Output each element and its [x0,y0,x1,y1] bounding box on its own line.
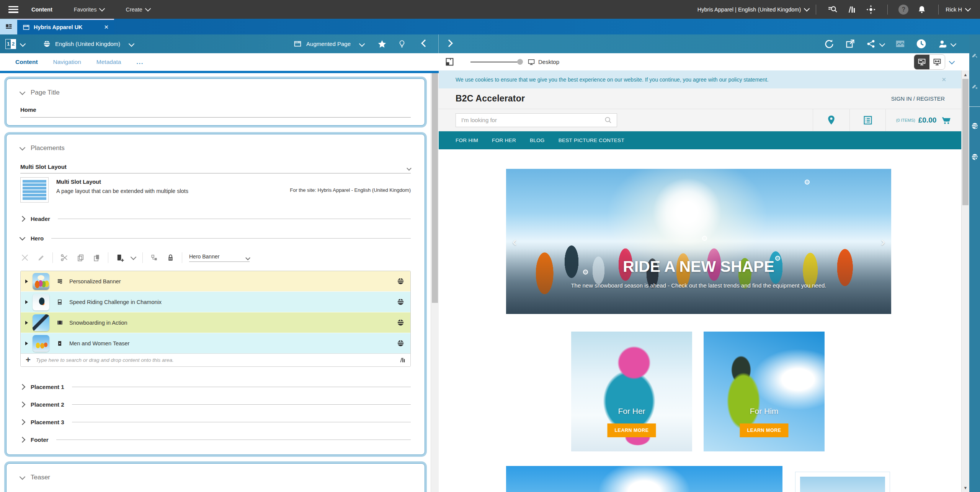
site-language-selector[interactable]: Hybris Apparel | English (United Kingdom… [697,7,809,13]
caret-right-icon[interactable] [25,280,28,283]
share-icon[interactable] [866,39,876,49]
tab-navigation[interactable]: Navigation [53,53,81,71]
preview-scrollbar[interactable]: ▲ ▼ [961,70,969,492]
store-finder-button[interactable] [813,109,849,131]
add-component-icon[interactable] [115,253,124,262]
cut-scissors-icon[interactable] [60,253,69,262]
editor-scrollbar[interactable] [431,73,439,492]
hero-type-select[interactable]: Hero Banner [189,253,250,262]
carousel-next-icon[interactable]: › [881,235,885,248]
notifications-bell-icon[interactable] [916,4,928,15]
component-row-speed-riding[interactable]: Speed Riding Challenge in Chamonix [21,291,410,312]
chevron-down-icon[interactable] [880,41,884,47]
order-list-button[interactable] [849,109,885,131]
sign-in-link[interactable]: SIGN IN / REGISTER [891,96,945,102]
sync-globe-icon[interactable] [971,122,978,129]
close-icon[interactable]: ✕ [941,76,946,83]
advanced-edit-mode-button[interactable] [929,55,945,69]
slot-placement-3[interactable]: Placement 3 [20,419,411,425]
tab-content[interactable]: Content [15,53,38,71]
page-type-selector[interactable]: Augmented Page [294,40,367,48]
category-card-for-her[interactable]: For Her LEARN MORE [571,332,692,451]
locate-target-icon[interactable] [865,4,877,15]
favorite-star-icon[interactable] [377,39,387,49]
version-compare-icon[interactable]: 12 [5,39,16,49]
hero-banner[interactable]: RIDE A NEW SHAPE The new snowboard seaso… [506,169,891,314]
storefront-logo[interactable]: B2C Accelerator [456,93,525,104]
search-icon[interactable] [604,116,612,124]
scroll-up-icon[interactable]: ▲ [962,72,969,77]
hierarchy-icon[interactable] [150,253,159,262]
tab-overflow[interactable]: ... [136,53,144,71]
category-card-for-him[interactable]: For Him LEARN MORE [704,332,825,451]
secondary-banner-image[interactable] [506,466,782,492]
learn-more-button[interactable]: LEARN MORE [607,423,656,437]
chevron-down-icon[interactable] [951,41,956,47]
nav-item-create[interactable]: Create [126,7,150,13]
user-menu[interactable]: Rick H [946,7,970,13]
edit-disabled-icon[interactable] [971,83,978,90]
slot-placement-1[interactable]: Placement 1 [20,384,411,390]
slot-header[interactable]: Header [20,216,411,222]
close-tab-icon[interactable]: ✕ [104,24,109,31]
delete-icon[interactable] [20,253,29,262]
nav-for-him[interactable]: FOR HIM [456,137,478,143]
mini-cart-button[interactable]: (0 ITEMS) £0.00 [885,109,962,131]
perspective-icon[interactable] [445,57,454,67]
tab-metadata[interactable]: Metadata [96,53,121,71]
carousel-prev-icon[interactable]: ‹ [512,235,516,248]
tab-hybris-apparel-uk[interactable]: Hybris Apparel UK ✕ [17,19,114,34]
unsync-globe-icon[interactable] [971,153,978,160]
page-title-section-header[interactable]: Page Title [20,89,411,96]
slot-footer[interactable]: Footer [20,436,411,443]
mountain-teaser-card[interactable] [795,472,890,492]
help-icon[interactable]: ? [898,5,908,15]
component-row-men-women-teaser[interactable]: Men and Women Teaser [21,333,410,353]
caret-right-icon[interactable] [25,342,28,345]
nav-item-content[interactable]: Content [31,7,52,13]
slot-hero[interactable]: Hero [20,235,411,242]
component-dropzone[interactable]: + Type here to search or drag and drop c… [21,353,410,366]
language-selector[interactable]: English (United Kingdom) [43,40,137,47]
slider-knob[interactable] [517,59,523,65]
preview-width-slider[interactable] [470,59,523,65]
component-row-snowboarding[interactable]: Snowboarding in Action [21,312,410,333]
edit-pencil-icon[interactable] [36,253,46,262]
scrollbar-thumb[interactable] [962,79,969,205]
lock-icon[interactable] [166,253,175,262]
learn-more-button[interactable]: LEARN MORE [740,423,788,437]
clock-icon[interactable] [916,39,926,49]
basic-edit-mode-button[interactable] [914,55,929,69]
refresh-icon[interactable] [824,39,834,49]
caret-right-icon[interactable] [25,321,28,325]
nav-best-picture-contest[interactable]: BEST PICTURE CONTEST [559,137,624,143]
user-settings-icon[interactable] [937,39,947,49]
scroll-down-icon[interactable]: ▼ [962,485,969,490]
nav-blog[interactable]: BLOG [530,137,545,143]
search-input[interactable] [461,116,604,124]
collapse-panel-chevron-left-icon[interactable] [418,41,431,47]
teaser-section-header[interactable]: Teaser [20,474,411,481]
nav-item-favorites[interactable]: Favorites [74,7,105,13]
open-external-icon[interactable] [845,39,855,49]
page-title-field[interactable]: Home [20,106,411,118]
hero-hotspot[interactable] [702,236,707,241]
component-row-personalized-banner[interactable]: Personalized Banner [21,271,410,291]
chevron-down-icon[interactable] [949,58,955,64]
scrollbar-thumb[interactable] [432,73,438,303]
advanced-search-icon[interactable] [827,4,838,15]
chevron-down-icon[interactable] [131,254,137,260]
edit-redirect-icon[interactable] [971,52,978,59]
layout-select-field[interactable]: Multi Slot Layout [20,163,411,173]
copy-icon[interactable] [76,253,85,262]
slot-placement-2[interactable]: Placement 2 [20,401,411,408]
paste-icon[interactable] [92,253,101,262]
expand-panel-chevron-right-icon[interactable] [446,41,452,47]
idea-lightbulb-icon[interactable] [397,39,407,49]
nav-for-her[interactable]: FOR HER [492,137,516,143]
workspace-grid-icon[interactable] [0,19,17,34]
hero-hotspot[interactable] [805,180,810,185]
hamburger-menu-icon[interactable] [8,6,18,13]
chevron-down-icon[interactable] [20,41,26,47]
versions-icon[interactable] [399,357,406,364]
